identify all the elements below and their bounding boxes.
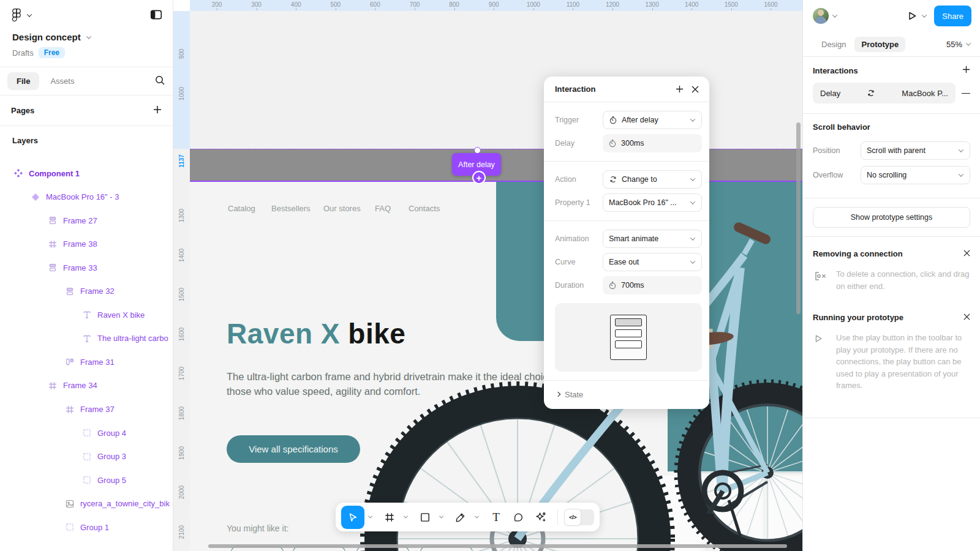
site-nav-contacts[interactable]: Contacts: [409, 204, 440, 213]
add-interaction-icon[interactable]: [671, 81, 687, 97]
ruler-mark: 1000: [527, 1, 540, 8]
ruler-selection-mark: 1137: [178, 154, 185, 168]
position-dropdown[interactable]: Scroll with parent: [861, 141, 970, 160]
shape-tool[interactable]: [415, 506, 435, 529]
group-icon: [82, 475, 92, 485]
ruler-mark: 1100: [567, 1, 580, 8]
share-button[interactable]: Share: [934, 6, 971, 26]
tab-file[interactable]: File: [7, 72, 39, 90]
layer-label: Raven X bike: [97, 310, 145, 320]
delay-icon: [608, 281, 617, 290]
search-icon[interactable]: [154, 75, 165, 88]
connection-start-handle[interactable]: [474, 147, 481, 154]
ruler-mark: 1600: [178, 328, 185, 341]
layer-frame-33[interactable]: Frame 33: [0, 260, 173, 276]
add-connection-button[interactable]: +: [472, 171, 486, 184]
add-page-icon[interactable]: [153, 105, 162, 116]
close-icon[interactable]: [963, 249, 970, 258]
layer-label: Frame 31: [80, 358, 115, 367]
layer-frame-34[interactable]: Frame 34: [0, 378, 173, 394]
layer-frame-32[interactable]: Frame 32: [0, 283, 173, 299]
close-icon[interactable]: [963, 313, 970, 322]
layer-group-1[interactable]: Group 1: [0, 519, 173, 535]
figma-app: 2003004005006007008009001000110012001300…: [0, 0, 980, 551]
ruler-mark: 300: [251, 1, 262, 8]
group-icon: [82, 452, 92, 462]
ruler-mark: 500: [330, 1, 341, 8]
actions-tool[interactable]: [530, 506, 551, 529]
animation-dropdown[interactable]: Smart animate: [603, 230, 702, 248]
product-card: [658, 476, 707, 551]
figma-menu-icon[interactable]: [10, 9, 31, 22]
layer-group-3[interactable]: Group 3: [0, 449, 173, 465]
layer-component-1[interactable]: Component 1: [0, 165, 173, 181]
vertical-ruler: 9001000113713001400150016001700180019002…: [173, 11, 190, 551]
dev-mode-toggle[interactable]: </>: [565, 509, 594, 525]
vertical-scrollbar[interactable]: [796, 122, 801, 314]
move-tool[interactable]: [341, 506, 364, 529]
play-options-chevron[interactable]: [922, 12, 927, 17]
zoom-level[interactable]: 55%: [946, 40, 970, 49]
layer-group-5[interactable]: Group 5: [0, 472, 173, 488]
hero-description[interactable]: The ultra-light carbon frame and hybrid …: [227, 369, 594, 399]
interaction-row[interactable]: Delay MacBook P...: [813, 83, 956, 103]
move-tool-chevron[interactable]: [366, 506, 374, 529]
site-nav-bestsellers[interactable]: Bestsellers: [271, 204, 311, 213]
layer-group-4[interactable]: Group 4: [0, 425, 173, 441]
remove-interaction-icon[interactable]: [962, 93, 970, 94]
site-nav-catalog[interactable]: Catalog: [228, 204, 255, 213]
file-name[interactable]: Design concept: [0, 31, 173, 42]
design-frame-content[interactable]: CatalogBestsellersOur storesFAQContacts: [190, 182, 802, 551]
change-to-icon: [609, 175, 617, 184]
layer-frame-37[interactable]: Frame 37: [0, 402, 173, 418]
frame-tool-chevron[interactable]: [401, 506, 410, 529]
overflow-dropdown[interactable]: No scrolling: [861, 166, 970, 184]
curve-dropdown[interactable]: Ease out: [603, 253, 702, 271]
layer-raven-x-bike[interactable]: Raven X bike: [0, 307, 173, 323]
shape-tool-chevron[interactable]: [437, 506, 445, 529]
toggle-sidebar-icon[interactable]: [149, 8, 163, 23]
layer-macbook-pro-16-3[interactable]: MacBook Pro 16" - 3: [0, 189, 173, 205]
horizontal-scrollbar[interactable]: [208, 544, 787, 548]
file-menu-chevron[interactable]: [86, 34, 91, 39]
duration-input[interactable]: 700ms: [603, 276, 702, 294]
account-chevron[interactable]: [832, 12, 837, 17]
show-prototype-settings-button[interactable]: Show prototype settings: [813, 207, 970, 228]
tab-prototype[interactable]: Prototype: [854, 37, 905, 52]
close-icon[interactable]: [687, 81, 703, 97]
trigger-dropdown[interactable]: After delay: [603, 111, 702, 129]
plan-badge: Free: [39, 47, 65, 58]
tab-design[interactable]: Design: [816, 37, 851, 52]
hero-title[interactable]: Raven X bike: [227, 317, 405, 351]
play-prototype-icon[interactable]: [906, 10, 918, 22]
ruler-mark: 200: [212, 1, 222, 8]
breadcrumb-project[interactable]: Drafts: [12, 48, 34, 58]
tab-assets[interactable]: Assets: [44, 72, 80, 90]
delay-icon: [608, 139, 617, 148]
view-specifications-button[interactable]: View all specifications: [227, 435, 360, 463]
comment-tool[interactable]: [508, 506, 529, 529]
site-nav-our-stores[interactable]: Our stores: [323, 204, 361, 213]
text-tool[interactable]: T: [486, 506, 507, 529]
frame-tool[interactable]: [379, 506, 400, 529]
hero-title-accent: Raven X: [227, 318, 340, 350]
layer-frame-27[interactable]: Frame 27: [0, 212, 173, 228]
property-dropdown[interactable]: MacBook Pro 16" ...: [603, 193, 702, 212]
right-panel: Share Design Prototype 55% Interactions …: [802, 0, 980, 551]
layer-frame-38[interactable]: Frame 38: [0, 236, 173, 252]
pen-tool-chevron[interactable]: [472, 506, 481, 529]
layer-label: MacBook Pro 16" - 3: [46, 192, 119, 201]
layer-rycera-a-townie-city-bik[interactable]: rycera_a_townie_city_bik: [0, 496, 173, 512]
site-nav-faq[interactable]: FAQ: [375, 204, 391, 213]
layer-frame-31[interactable]: Frame 31: [0, 354, 173, 370]
variant-icon: [31, 192, 40, 202]
delay-input[interactable]: 300ms: [603, 134, 702, 152]
ruler-mark: 2100: [178, 525, 185, 539]
alv-icon: [48, 263, 58, 272]
avatar[interactable]: [813, 8, 829, 24]
layer-the-ultra-light-carbo[interactable]: The ultra-light carbo: [0, 331, 173, 347]
add-interaction-icon[interactable]: [962, 66, 970, 75]
action-dropdown[interactable]: Change to: [603, 170, 702, 189]
state-expander[interactable]: State: [555, 381, 702, 409]
pen-tool[interactable]: [450, 506, 471, 529]
